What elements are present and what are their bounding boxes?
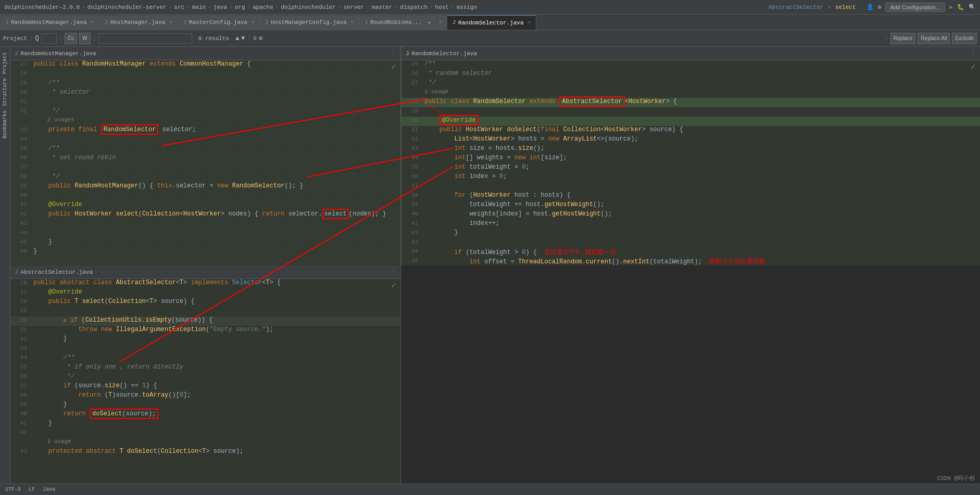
table-row: 30 * selector [10,88,400,98]
search-everywhere-icon[interactable]: 🔍 [969,4,976,10]
topbar-right: AbstractSelector › select 👤 ⚙ Add Config… [769,3,976,12]
table-row: 25 /** [401,60,980,70]
table-row: 43 [401,238,980,248]
sidebar-project[interactable]: Project [2,52,8,74]
more-button-right[interactable]: ⋮ [970,50,976,57]
abstract-selector-link[interactable]: AbstractSelector [769,4,824,10]
sidebar-bookmarks[interactable]: Bookmarks [2,110,8,138]
table-row: 45 } [10,238,400,248]
file-icon-right: J [406,50,409,57]
run-icon[interactable]: ▶ [949,4,953,10]
breadcrumb-master[interactable]: master [372,4,393,10]
more-button-left-top[interactable]: ⋮ [391,50,396,57]
main-search-input[interactable] [98,33,192,44]
java-file-icon-3: J [183,20,186,26]
more-button-left-bottom[interactable]: ⋮ [391,269,396,275]
java-file-icon-5: J [365,20,368,26]
right-bottom-filler [401,265,980,495]
search-toolbar: Project | Q | Cc W | 0 results ▲ ▼ | ≡ ⚙… [0,30,980,47]
tab-close-icon-2[interactable]: × [169,20,172,25]
code-area-left-bottom[interactable]: 26 public abstract class AbstractSelecto… [10,279,400,495]
table-row: 42 [10,429,400,438]
breadcrumb-main[interactable]: main [192,4,206,10]
toolbar-sep5: | [884,35,888,42]
code-area-right[interactable]: 25 /** 26 * random selector 27 */ 1 [401,60,980,265]
breadcrumb: dolphinscheduler-2.0.6 › dolphinschedule… [4,4,769,10]
table-row: 30 ⚠ if (CollectionUtils.isEmpty(source)… [10,316,400,326]
table-row: 27 @Override [10,288,400,298]
main-area: Project Structure Bookmarks J RandomHost… [0,47,980,495]
table-row: 40 weights[index] = host.getHostWeight()… [401,210,980,220]
replace-all-button[interactable]: Replace All [918,33,950,44]
tab-host-manager[interactable]: J HostManager.java × [99,15,178,30]
filter-icon[interactable]: ⚙ [259,34,262,42]
breadcrumb-assign[interactable]: assign [456,4,477,10]
pane-header-left-top: J RandomHostManager.java ⋮ [10,47,400,60]
debug-icon[interactable]: 🐛 [957,4,964,10]
exclude-button[interactable]: Exclude [952,33,977,44]
breadcrumb-project[interactable]: dolphinscheduler-2.0.6 [4,4,80,10]
breadcrumb-org[interactable]: org [235,4,245,10]
arrow-down-icon[interactable]: ▼ [241,35,245,42]
profile-icon[interactable]: 👤 [866,4,874,10]
table-row: 33 [10,345,400,354]
file-icon-left-top: J [15,50,18,57]
tab-random-selector[interactable]: J RandomSelector.java × [447,15,536,30]
breadcrumb-server2[interactable]: server [344,4,365,10]
pane-header-right: J RandomSelector.java ⋮ [401,47,980,60]
align-icon[interactable]: ≡ [253,35,257,42]
file-icon-left-bottom: J [15,269,18,275]
table-row: 42 public HostWorker select(Collection<H… [10,210,400,220]
add-configuration-button[interactable]: Add Configuration... [885,3,945,12]
java-file-icon-6: J [453,20,456,26]
table-row: 34 [10,135,400,145]
table-row: 2 usages [10,117,400,126]
tab-close-icon-5[interactable]: × [439,20,442,25]
replace-button[interactable]: Replace [890,33,916,44]
search-input[interactable] [41,33,57,44]
pane-header-left-bottom: J AbstractSelector.java ⋮ [10,265,400,279]
breadcrumb-src[interactable]: src [174,4,184,10]
breadcrumb-dolphin[interactable]: dolphinscheduler [281,4,336,10]
code-area-left-top[interactable]: 27 public class RandomHostManager extend… [10,60,400,265]
cc-button[interactable]: Cc [65,33,77,44]
tab-dropdown-icon[interactable]: ▾ [424,15,435,30]
tab-close-icon-4[interactable]: × [351,20,354,25]
tab-random-host-manager[interactable]: J RandomHostManager.java × [0,15,99,30]
table-row: 38 for (HostWorker host : hosts) { [401,192,980,201]
table-row: 40 [10,192,400,201]
editor-abstract-selector: J AbstractSelector.java ⋮ 26 public abst… [10,265,401,495]
green-check-icon-bottom: ✓ [391,280,396,290]
breadcrumb-dispatch[interactable]: dispatch [400,4,428,10]
tabbar: J RandomHostManager.java × J HostManager… [0,15,980,30]
w-button[interactable]: W [79,33,90,44]
topbar: dolphinscheduler-2.0.6 › dolphinschedule… [0,0,980,15]
table-row: 28 public T select(Collection<T> source)… [10,298,400,307]
tab-close-icon-6[interactable]: × [528,20,531,26]
table-row: 39 } [10,401,400,410]
table-row: 29 /** [10,79,400,88]
tab-master-config[interactable]: J MasterConfig.java × [178,15,260,30]
java-file-icon: J [5,20,8,26]
tab-host-manager-config[interactable]: J HostManagerConfig.java × [260,15,359,30]
breadcrumb-java[interactable]: java [213,4,227,10]
breadcrumb-host[interactable]: host [435,4,448,10]
table-row: 46 } [10,248,400,257]
settings-icon[interactable]: ⚙ [878,4,882,10]
breadcrumb-apache[interactable]: apache [253,4,273,10]
toolbar-sep2: | [59,35,62,42]
select-link[interactable]: select [835,4,856,10]
tab-close-icon[interactable]: × [91,20,93,25]
java-file-icon-4: J [265,20,268,26]
statusbar: UTF-8 LF Java [0,484,980,495]
breadcrumb-module[interactable]: dolphinscheduler-server [87,4,167,10]
sidebar-structure[interactable]: Structure [2,78,8,106]
table-row: 33 int size = hosts.size(); [401,145,980,154]
green-check-icon: ✓ [391,61,396,72]
watermark: CSDN @码小创 [937,474,975,482]
table-row: 36 int index = 0; [401,173,980,182]
arrow-up-icon[interactable]: ▲ [235,35,239,42]
tab-round-robin[interactable]: J RoundRobinHo... ▾ × [359,15,447,30]
table-row: 1 usage [10,438,400,448]
tab-close-icon-3[interactable]: × [252,20,254,25]
